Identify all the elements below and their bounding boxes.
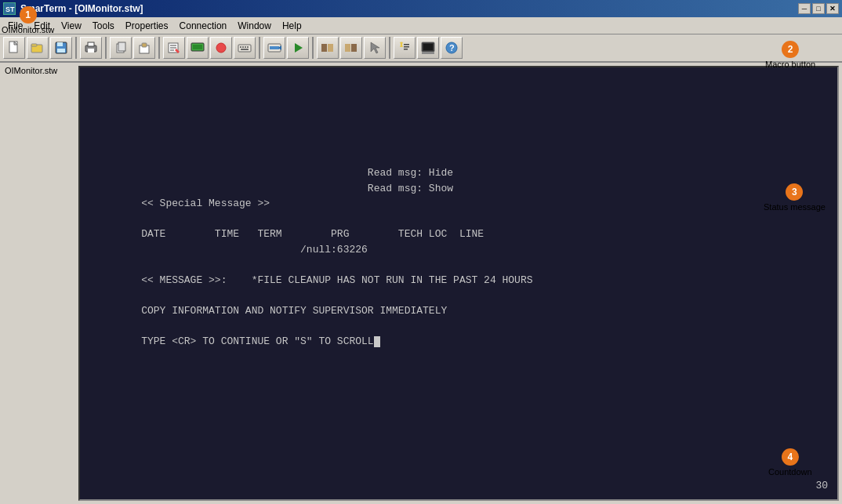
term-type-prompt: TYPE <CR> TO CONTINUE OR "S" TO SCROLL: [86, 334, 831, 350]
menu-help[interactable]: Help: [278, 19, 307, 33]
window-title: SmarTerm - [OIMonitor.stw]: [20, 3, 143, 14]
term-line-3: [86, 104, 831, 120]
toolbar: ?: [0, 34, 842, 63]
svg-point-23: [216, 43, 226, 53]
svg-rect-44: [422, 52, 434, 54]
svg-marker-33: [295, 43, 303, 53]
term-line-6: [86, 150, 831, 166]
terminal-button[interactable]: [417, 37, 439, 59]
bar2-button[interactable]: [340, 37, 362, 59]
term-read-show: Read msg: Show: [86, 181, 831, 197]
svg-rect-24: [238, 45, 251, 52]
menu-view[interactable]: View: [56, 19, 86, 33]
left-sidebar: OIMonitor.stw: [0, 63, 78, 504]
svg-rect-27: [245, 46, 246, 48]
help-button[interactable]: ?: [441, 37, 463, 59]
record-macro-button[interactable]: [210, 37, 232, 59]
svg-rect-40: [404, 46, 409, 48]
connect-button[interactable]: [263, 37, 285, 59]
open-button[interactable]: [27, 37, 49, 59]
terminal-screen[interactable]: Read msg: Hide Read msg: Show << Special…: [80, 67, 837, 499]
term-line-blank1: [86, 212, 831, 227]
svg-rect-39: [404, 44, 409, 45]
svg-rect-11: [88, 49, 94, 53]
menu-file[interactable]: File: [3, 19, 27, 33]
term-read-hide: Read msg: Hide: [86, 165, 831, 181]
term-line-blank4: [86, 318, 831, 334]
svg-rect-37: [351, 44, 357, 52]
term-line-5: [86, 135, 831, 150]
svg-marker-38: [371, 42, 379, 53]
sep-4: [259, 37, 260, 59]
countdown-number: 30: [815, 478, 828, 494]
svg-rect-31: [270, 46, 279, 49]
app-icon: ST: [3, 2, 16, 15]
svg-rect-36: [345, 44, 350, 52]
term-line-2: [86, 89, 831, 105]
sep-5: [312, 37, 314, 59]
window-controls: ─ □ ✕: [798, 3, 839, 14]
title-bar: ST SmarTerm - [OIMonitor.stw] ─ □ ✕: [0, 0, 842, 17]
menu-window[interactable]: Window: [233, 19, 276, 33]
cursor-button[interactable]: [364, 37, 386, 59]
term-line-blank2: [86, 257, 831, 273]
svg-rect-29: [241, 49, 249, 50]
menu-edit[interactable]: Edit: [29, 19, 55, 33]
maximize-button[interactable]: □: [812, 3, 825, 14]
term-header: DATE TIME TERM PRG TECH LOC LINE: [86, 227, 831, 242]
term-line-4: [86, 120, 831, 136]
sep-6: [389, 37, 390, 59]
sep-1: [75, 37, 77, 59]
screen-button[interactable]: [187, 37, 209, 59]
file-label: OIMonitor.stw: [5, 66, 57, 75]
edit-script-button[interactable]: [163, 37, 185, 59]
svg-rect-35: [328, 44, 333, 52]
menu-connection[interactable]: Connection: [175, 19, 232, 33]
svg-text:ST: ST: [5, 5, 15, 13]
svg-rect-15: [142, 43, 147, 47]
svg-rect-25: [240, 46, 241, 48]
menu-tools[interactable]: Tools: [88, 19, 119, 33]
term-line-1: [86, 74, 831, 89]
svg-rect-26: [242, 46, 244, 48]
svg-rect-34: [321, 44, 327, 52]
print-button[interactable]: [80, 37, 102, 59]
svg-rect-22: [193, 45, 202, 49]
terminal-container[interactable]: Read msg: Hide Read msg: Show << Special…: [78, 66, 839, 501]
svg-rect-41: [404, 49, 408, 50]
new-button[interactable]: [3, 37, 25, 59]
sep-3: [158, 37, 160, 59]
bar1-button[interactable]: [317, 37, 339, 59]
term-message: << MESSAGE >>: *FILE CLEANUP HAS NOT RUN…: [86, 273, 831, 288]
close-button[interactable]: ✕: [826, 3, 839, 14]
svg-rect-7: [57, 42, 63, 46]
copy-button[interactable]: [110, 37, 132, 59]
menu-properties[interactable]: Properties: [121, 19, 173, 33]
svg-rect-8: [57, 49, 65, 53]
term-null: /null:63226: [86, 242, 831, 258]
svg-rect-10: [88, 42, 94, 46]
svg-text:?: ?: [449, 43, 455, 53]
cursor: [374, 336, 380, 347]
save-button[interactable]: [50, 37, 72, 59]
term-copy-info: COPY INFORMATION AND NOTIFY SUPERVISOR I…: [86, 303, 831, 319]
sep-2: [105, 37, 107, 59]
svg-rect-28: [247, 46, 249, 48]
svg-rect-43: [423, 44, 433, 50]
term-line-blank3: [86, 288, 831, 303]
menu-bar: File Edit View Tools Properties Connecti…: [0, 17, 842, 34]
svg-rect-5: [31, 44, 37, 46]
run-button[interactable]: [287, 37, 309, 59]
main-area: OIMonitor.stw Read msg: Hide Read: [0, 63, 842, 504]
script-button[interactable]: [394, 37, 416, 59]
keyboard-button[interactable]: [234, 37, 256, 59]
minimize-button[interactable]: ─: [798, 3, 811, 14]
paste-button[interactable]: [133, 37, 155, 59]
term-special-msg: << Special Message >>: [86, 196, 831, 212]
svg-rect-13: [118, 42, 125, 51]
